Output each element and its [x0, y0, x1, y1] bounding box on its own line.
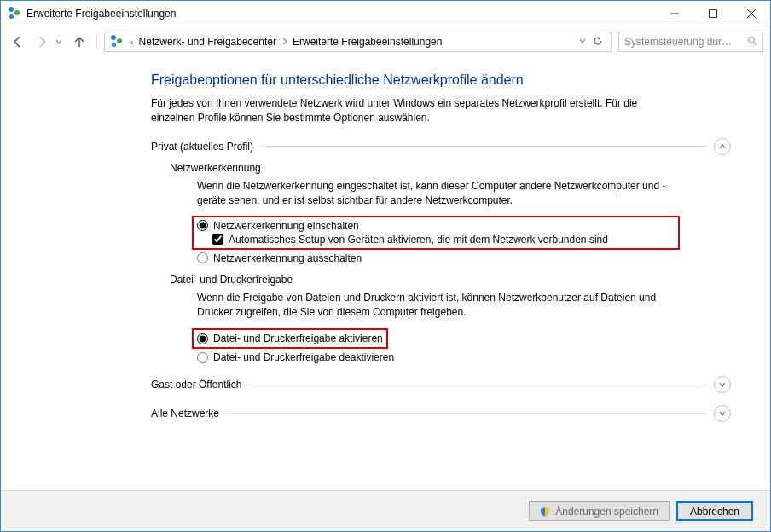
file-printer-desc: Wenn die Freigabe von Dateien und Drucke…: [197, 291, 675, 321]
radio-nd-off-label: Netzwerkerkennung ausschalten: [213, 252, 362, 264]
radio-nd-on-label: Netzwerkerkennung einschalten: [213, 220, 359, 232]
radio-fp-off-input[interactable]: [197, 352, 208, 363]
radio-fp-on-input[interactable]: [197, 333, 208, 344]
breadcrumb[interactable]: « Netzwerk- und Freigabecenter Erweitert…: [104, 32, 612, 52]
highlight-network-discovery: Netzwerkerkennung einschalten Automatisc…: [192, 216, 680, 250]
radio-fp-on-label: Datei- und Druckerfreigabe aktivieren: [213, 332, 383, 344]
maximize-button[interactable]: [693, 1, 732, 26]
section-private-header[interactable]: Privat (aktuelles Profil): [151, 138, 731, 155]
search-placeholder: Systemsteuerung dur…: [624, 36, 744, 48]
up-button[interactable]: [69, 32, 90, 52]
breadcrumb-dropdown[interactable]: [577, 36, 588, 48]
highlight-file-printer: Datei- und Druckerfreigabe aktivieren: [192, 328, 388, 349]
checkbox-auto-setup-input[interactable]: [212, 234, 223, 245]
network-discovery-desc: Wenn die Netzwerkerkennung eingeschaltet…: [197, 179, 675, 209]
search-icon: [747, 36, 757, 49]
cancel-button[interactable]: Abbrechen: [676, 501, 753, 521]
navbar: « Netzwerk- und Freigabecenter Erweitert…: [1, 26, 770, 57]
close-button[interactable]: [732, 1, 770, 26]
cancel-button-label: Abbrechen: [690, 506, 739, 518]
svg-point-4: [749, 37, 755, 43]
minimize-button[interactable]: [655, 1, 693, 26]
chevron-right-icon: [280, 38, 289, 47]
section-private-label: Privat (aktuelles Profil): [151, 141, 253, 153]
divider: [260, 146, 707, 147]
save-button[interactable]: Änderungen speichern: [529, 501, 670, 521]
chevron-down-icon[interactable]: [714, 376, 731, 393]
breadcrumb-icon: [110, 35, 124, 49]
save-button-label: Änderungen speichern: [555, 506, 658, 518]
forward-button[interactable]: [32, 32, 52, 52]
file-printer-title: Datei- und Druckerfreigabe: [170, 274, 731, 286]
checkbox-auto-setup[interactable]: Automatisches Setup von Geräten aktivier…: [212, 233, 675, 246]
page-heading: Freigabeoptionen für unterschiedliche Ne…: [151, 72, 731, 88]
app-icon: [8, 7, 21, 20]
chevron-down-icon[interactable]: [714, 405, 731, 422]
breadcrumb-seg-0[interactable]: Netzwerk- und Freigabecenter: [139, 36, 276, 48]
radio-fp-on[interactable]: Datei- und Druckerfreigabe aktivieren: [197, 332, 383, 345]
section-all-label: Alle Netzwerke: [151, 408, 219, 419]
svg-rect-1: [709, 9, 716, 17]
radio-nd-on-input[interactable]: [197, 220, 208, 231]
section-all-header[interactable]: Alle Netzwerke: [151, 405, 731, 422]
window-title: Erweiterte Freigabeeinstellungen: [26, 8, 176, 20]
divider: [249, 385, 708, 385]
section-guest-label: Gast oder Öffentlich: [151, 379, 242, 390]
network-discovery-title: Netzwerkerkennung: [170, 162, 731, 174]
shield-icon: [540, 506, 550, 517]
radio-nd-off-input[interactable]: [197, 252, 208, 263]
radio-fp-off[interactable]: Datei- und Druckerfreigabe deaktivieren: [197, 350, 675, 364]
radio-nd-on[interactable]: Netzwerkerkennung einschalten: [197, 219, 675, 233]
content-area: Freigabeoptionen für unterschiedliche Ne…: [1, 57, 770, 490]
history-dropdown[interactable]: [55, 38, 66, 47]
divider: [226, 413, 707, 414]
nav-separator: [96, 32, 97, 51]
checkbox-auto-setup-label: Automatisches Setup von Geräten aktivier…: [229, 234, 608, 246]
section-guest-header[interactable]: Gast oder Öffentlich: [151, 376, 731, 393]
back-button[interactable]: [8, 32, 28, 52]
chevron-up-icon[interactable]: [714, 138, 731, 155]
titlebar: Erweiterte Freigabeeinstellungen: [1, 1, 770, 26]
search-input[interactable]: Systemsteuerung dur…: [618, 32, 763, 52]
footer: Änderungen speichern Abbrechen: [1, 490, 770, 531]
radio-nd-off[interactable]: Netzwerkerkennung ausschalten: [197, 252, 675, 265]
svg-line-5: [754, 43, 757, 45]
radio-fp-off-label: Datei- und Druckerfreigabe deaktivieren: [213, 351, 394, 363]
refresh-button[interactable]: [590, 36, 606, 48]
breadcrumb-overflow[interactable]: «: [127, 38, 136, 47]
breadcrumb-seg-1[interactable]: Erweiterte Freigabeeinstellungen: [293, 36, 442, 48]
page-intro: Für jedes von Ihnen verwendete Netzwerk …: [151, 96, 680, 126]
